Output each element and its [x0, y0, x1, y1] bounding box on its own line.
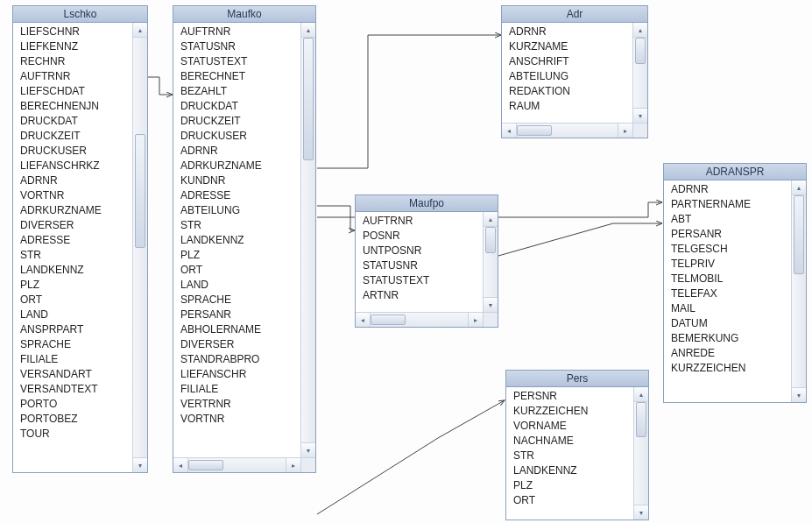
field-item[interactable]: VORTNR: [180, 412, 295, 427]
field-item[interactable]: LIEFSCHDAT: [20, 84, 127, 99]
field-item[interactable]: ADRESSE: [20, 233, 127, 248]
field-item[interactable]: UNTPOSNR: [363, 244, 477, 258]
field-item[interactable]: DRUCKZEIT: [180, 114, 295, 129]
field-item[interactable]: STR: [180, 218, 295, 233]
field-item[interactable]: PORTO: [20, 397, 127, 412]
horizontal-scrollbar[interactable]: ◂ ▸: [502, 123, 632, 138]
field-item[interactable]: KURZZEICHEN: [671, 361, 786, 376]
vertical-scrollbar[interactable]: ▴ ▾: [300, 23, 315, 457]
field-item[interactable]: PLZ: [513, 478, 628, 493]
field-item[interactable]: PERSANR: [180, 307, 295, 322]
field-item[interactable]: DIVERSER: [180, 337, 295, 352]
scroll-up-icon[interactable]: ▴: [484, 212, 498, 227]
field-item[interactable]: ANSPRPART: [20, 322, 127, 337]
scroll-right-icon[interactable]: ▸: [468, 313, 483, 327]
field-item[interactable]: STATUSTEXT: [363, 273, 477, 288]
field-item[interactable]: PARTNERNAME: [671, 197, 786, 212]
field-item[interactable]: LAND: [180, 278, 295, 293]
field-item[interactable]: LANDKENNZ: [180, 233, 295, 248]
field-item[interactable]: PORTOBEZ: [20, 412, 127, 427]
field-item[interactable]: DRUCKZEIT: [20, 129, 127, 144]
scroll-up-icon[interactable]: ▴: [301, 23, 315, 38]
field-item[interactable]: LIEFSCHNR: [20, 25, 127, 39]
table-adranspr[interactable]: ADRANSPR ADRNRPARTNERNAMEABTPERSANRTELGE…: [663, 163, 807, 403]
scroll-up-icon[interactable]: ▴: [133, 23, 147, 38]
horizontal-scrollbar[interactable]: ◂ ▸: [356, 312, 483, 327]
field-item[interactable]: FILIALE: [20, 352, 127, 367]
field-item[interactable]: ADRNR: [509, 25, 627, 39]
vertical-scrollbar[interactable]: ▴ ▾: [132, 23, 147, 472]
table-pers[interactable]: Pers PERSNRKURZZEICHENVORNAMENACHNAMESTR…: [505, 370, 649, 520]
field-item[interactable]: VORTNR: [20, 188, 127, 203]
field-item[interactable]: SPRACHE: [180, 293, 295, 307]
scroll-down-icon[interactable]: ▾: [633, 108, 647, 123]
scroll-down-icon[interactable]: ▾: [133, 457, 147, 472]
field-item[interactable]: BERECHNENJN: [20, 99, 127, 114]
table-maufko[interactable]: Maufko AUFTRNRSTATUSNRSTATUSTEXTBERECHNE…: [173, 5, 316, 473]
field-item[interactable]: STR: [20, 248, 127, 263]
field-item[interactable]: ANREDE: [671, 346, 786, 361]
field-item[interactable]: DIVERSER: [20, 218, 127, 233]
field-item[interactable]: ABTEILUNG: [509, 69, 627, 84]
scroll-up-icon[interactable]: ▴: [792, 180, 806, 195]
vertical-scrollbar[interactable]: ▴ ▾: [632, 23, 647, 123]
field-item[interactable]: MAIL: [671, 301, 786, 316]
scroll-down-icon[interactable]: ▾: [484, 297, 498, 312]
field-item[interactable]: FILIALE: [180, 382, 295, 397]
field-item[interactable]: TELEFAX: [671, 286, 786, 301]
field-item[interactable]: ADRESSE: [180, 188, 295, 203]
field-item[interactable]: ORT: [180, 263, 295, 278]
field-item[interactable]: NACHNAME: [513, 434, 628, 449]
table-maufpo[interactable]: Maufpo AUFTRNRPOSNRUNTPOSNRSTATUSNRSTATU…: [355, 194, 498, 328]
field-item[interactable]: ABHOLERNAME: [180, 322, 295, 337]
field-item[interactable]: STATUSTEXT: [180, 54, 295, 69]
field-item[interactable]: BEMERKUNG: [671, 331, 786, 346]
field-item[interactable]: TOUR: [20, 427, 127, 442]
field-item[interactable]: AUFTRNR: [20, 69, 127, 84]
field-item[interactable]: ADRKURZNAME: [180, 159, 295, 173]
field-item[interactable]: RECHNR: [20, 54, 127, 69]
field-item[interactable]: ABT: [671, 212, 786, 227]
field-item[interactable]: ABTEILUNG: [180, 203, 295, 218]
field-item[interactable]: PERSNR: [513, 389, 628, 404]
scroll-right-icon[interactable]: ▸: [618, 124, 632, 138]
table-lschko[interactable]: Lschko LIEFSCHNRLIEFKENNZRECHNRAUFTRNRLI…: [12, 5, 148, 473]
field-item[interactable]: TELGESCH: [671, 242, 786, 257]
scroll-right-icon[interactable]: ▸: [286, 458, 300, 472]
field-item[interactable]: SPRACHE: [20, 337, 127, 352]
field-item[interactable]: KURZNAME: [509, 39, 627, 54]
field-item[interactable]: STR: [513, 449, 628, 463]
field-item[interactable]: STANDRABPRO: [180, 352, 295, 367]
field-item[interactable]: DRUCKUSER: [180, 129, 295, 144]
scroll-up-icon[interactable]: ▴: [633, 23, 647, 38]
field-item[interactable]: BERECHNET: [180, 69, 295, 84]
field-item[interactable]: ADRNR: [180, 144, 295, 159]
field-item[interactable]: PERSANR: [671, 227, 786, 242]
field-item[interactable]: DRUCKDAT: [180, 99, 295, 114]
field-item[interactable]: DRUCKDAT: [20, 114, 127, 129]
field-item[interactable]: STATUSNR: [363, 258, 477, 273]
vertical-scrollbar[interactable]: ▴ ▾: [633, 387, 648, 519]
field-item[interactable]: KURZZEICHEN: [513, 404, 628, 419]
vertical-scrollbar[interactable]: ▴ ▾: [483, 212, 498, 312]
field-item[interactable]: KUNDNR: [180, 173, 295, 188]
field-item[interactable]: LANDKENNZ: [513, 463, 628, 478]
field-item[interactable]: AUFTRNR: [180, 25, 295, 39]
field-item[interactable]: TELMOBIL: [671, 272, 786, 286]
horizontal-scrollbar[interactable]: ◂ ▸: [173, 457, 300, 472]
field-item[interactable]: LANDKENNZ: [20, 263, 127, 278]
scroll-down-icon[interactable]: ▾: [792, 387, 806, 402]
scroll-left-icon[interactable]: ◂: [356, 313, 371, 327]
field-item[interactable]: ANSCHRIFT: [509, 54, 627, 69]
field-item[interactable]: DATUM: [671, 316, 786, 331]
field-item[interactable]: PLZ: [180, 248, 295, 263]
field-item[interactable]: VORNAME: [513, 419, 628, 434]
field-item[interactable]: LIEFANSCHRKZ: [20, 159, 127, 173]
field-item[interactable]: LAND: [20, 307, 127, 322]
field-item[interactable]: TELPRIV: [671, 257, 786, 272]
field-item[interactable]: VERTRNR: [180, 397, 295, 412]
field-item[interactable]: ADRNR: [671, 182, 786, 197]
field-item[interactable]: BEZAHLT: [180, 84, 295, 99]
field-item[interactable]: RAUM: [509, 99, 627, 114]
field-item[interactable]: LIEFKENNZ: [20, 39, 127, 54]
